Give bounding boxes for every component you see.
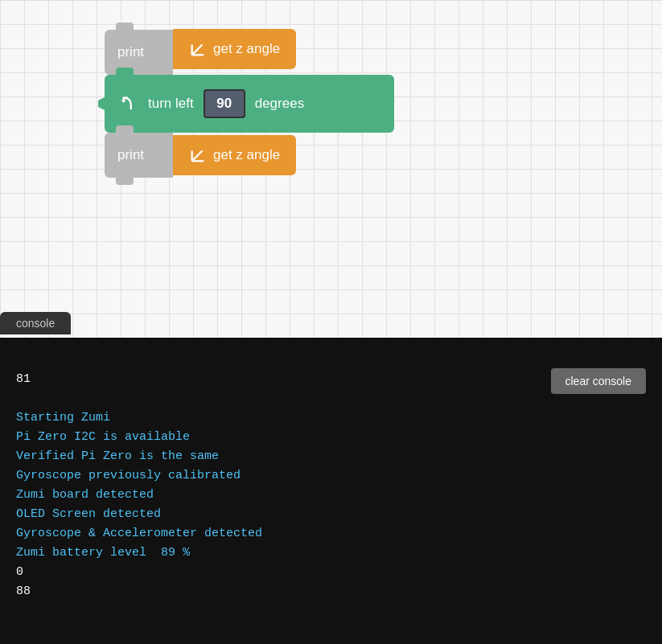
print-block-1: print	[105, 30, 173, 75]
clear-console-button[interactable]: clear console	[551, 368, 647, 394]
angle-icon-2	[189, 146, 207, 164]
print-label-1: print	[117, 44, 144, 60]
degrees-label: degrees	[255, 96, 304, 112]
console-tab[interactable]: console	[0, 312, 71, 334]
sensor-label-1: get z angle	[213, 41, 280, 57]
sensor-block-1: get z angle	[173, 29, 296, 69]
sensor-label-2: get z angle	[213, 147, 280, 163]
svg-line-2	[192, 44, 203, 55]
turn-block: turn left 90 degrees	[105, 75, 394, 133]
degrees-input[interactable]: 90	[204, 89, 245, 118]
svg-line-5	[192, 151, 203, 162]
sensor-block-2: get z angle	[173, 135, 296, 175]
angle-icon-1	[189, 40, 207, 58]
turn-left-label: turn left	[148, 96, 194, 112]
console-panel: console 81 Starting Zumi Pi Zero I2C is …	[0, 338, 662, 644]
turn-left-icon	[121, 95, 138, 113]
print-label-2: print	[117, 147, 144, 163]
print-block-2: print	[105, 133, 173, 178]
blocks-container: print get z angle	[105, 23, 394, 178]
block-canvas: print get z angle	[0, 0, 662, 338]
